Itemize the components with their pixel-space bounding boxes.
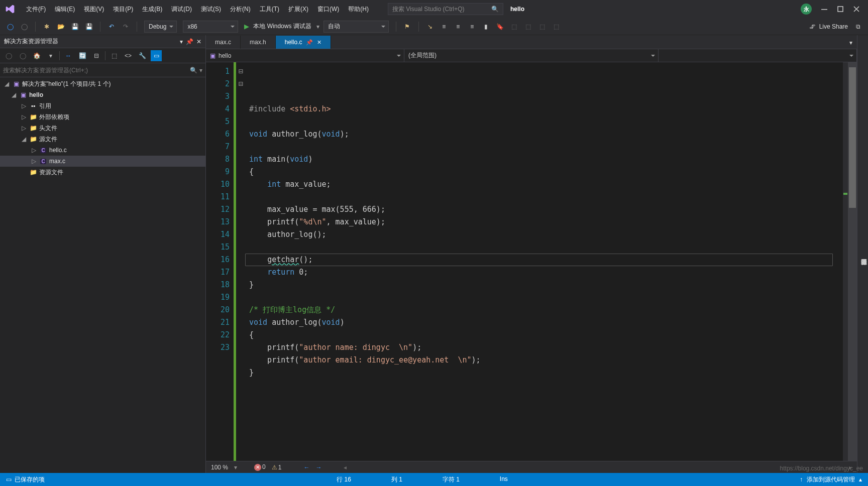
exp-collapse-icon[interactable]: ⊟ xyxy=(91,50,102,61)
vertical-scrollbar[interactable] xyxy=(848,62,857,461)
explorer-search[interactable]: 🔍 ▾ xyxy=(0,63,205,77)
menu-tools[interactable]: 工具(T) xyxy=(256,3,283,16)
save-icon[interactable]: 💾 xyxy=(69,21,81,33)
play-icon[interactable]: ▶ xyxy=(244,23,249,30)
tree-src-max[interactable]: ▷C max.c xyxy=(0,156,205,167)
nav-member-combo[interactable] xyxy=(659,49,857,62)
code-body[interactable]: #include <stdio.h> void author_log(void)… xyxy=(245,62,843,461)
exp-view-icon[interactable]: ▾ xyxy=(45,50,56,61)
tree-references[interactable]: ▷▪▪ 引用 xyxy=(0,100,205,111)
platform-combo[interactable]: x86 xyxy=(183,21,238,33)
run-label[interactable]: 本地 Windows 调试器 xyxy=(253,22,311,31)
warning-count[interactable]: ⚠1 xyxy=(272,464,282,471)
search-icon: 🔍 xyxy=(491,6,499,13)
menu-extensions[interactable]: 扩展(X) xyxy=(284,3,312,16)
tab-max-c[interactable]: max.c xyxy=(206,36,241,49)
menu-edit[interactable]: 编辑(E) xyxy=(51,3,79,16)
project-name-label: hello xyxy=(510,6,524,13)
menu-view[interactable]: 视图(V) xyxy=(80,3,108,16)
tree-headers[interactable]: ▷📁 头文件 xyxy=(0,123,205,134)
error-count[interactable]: ✕0 xyxy=(254,463,266,471)
tool-icon-1[interactable]: ⚑ xyxy=(401,21,413,33)
live-share-label[interactable]: Live Share xyxy=(819,23,848,30)
indent-out-icon[interactable]: ≡ xyxy=(452,21,464,33)
redo-icon[interactable]: ↷ xyxy=(120,21,132,33)
panel-close-icon[interactable]: ✕ xyxy=(196,38,201,45)
comment-icon[interactable]: ▮ xyxy=(480,21,492,33)
zoom-dropdown-icon[interactable]: ▾ xyxy=(234,464,237,471)
tree-src-hello[interactable]: ▷C hello.c xyxy=(0,145,205,156)
exp-preview-icon[interactable]: ▭ xyxy=(151,50,162,61)
menu-project[interactable]: 项目(P) xyxy=(109,3,137,16)
tree-solution[interactable]: ◢▣ 解决方案"hello"(1 个项目/共 1 个) xyxy=(0,78,205,89)
overview-ruler[interactable] xyxy=(843,62,848,461)
exp-sync-icon[interactable]: ↔ xyxy=(63,50,74,61)
tabs-dropdown-icon[interactable]: ▾ xyxy=(845,37,857,49)
exp-fwd-icon[interactable]: ◯ xyxy=(17,50,28,61)
tab-max-h[interactable]: max.h xyxy=(241,36,276,49)
menu-test[interactable]: 测试(S) xyxy=(197,3,225,16)
tab-hello-c[interactable]: hello.c 📌 ✕ xyxy=(276,36,332,49)
explorer-search-input[interactable] xyxy=(3,67,190,74)
exp-showall-icon[interactable]: ⬚ xyxy=(108,50,120,61)
save-all-icon[interactable]: 💾 xyxy=(83,21,95,33)
main-toolbar: ◯ ◯ ✱ 📂 💾 💾 ↶ ↷ Debug x86 ▶ 本地 Windows 调… xyxy=(0,18,868,35)
exp-properties-icon[interactable]: 🔧 xyxy=(137,50,148,61)
close-icon[interactable]: ✕ xyxy=(317,39,321,46)
search-vs-input[interactable]: 搜索 Visual Studio (Ctrl+Q) 🔍 xyxy=(388,3,503,15)
bookmark-icon[interactable]: 🔖 xyxy=(494,21,506,33)
exp-code-icon[interactable]: <> xyxy=(123,50,134,61)
minimize-button[interactable] xyxy=(821,6,828,13)
close-button[interactable] xyxy=(853,6,860,13)
next-issue-icon[interactable]: → xyxy=(315,464,321,471)
menu-analyze[interactable]: 分析(N) xyxy=(226,3,255,16)
nav-project-combo[interactable]: ▣ hello xyxy=(206,49,404,62)
tool-icon-c[interactable]: ⬚ xyxy=(536,21,549,33)
status-source-control[interactable]: 添加到源代码管理 xyxy=(807,475,855,484)
open-icon[interactable]: 📂 xyxy=(55,21,67,33)
prev-issue-icon[interactable]: ← xyxy=(303,464,309,471)
publish-icon[interactable]: ↑ xyxy=(800,476,803,483)
solution-icon: ▣ xyxy=(12,80,20,88)
error-icon: ✕ xyxy=(254,464,261,471)
undo-icon[interactable]: ↶ xyxy=(105,21,118,33)
tree-project[interactable]: ◢▣ hello xyxy=(0,89,205,100)
tool-icon-b[interactable]: ⬚ xyxy=(522,21,534,33)
new-item-icon[interactable]: ✱ xyxy=(41,21,53,33)
indent-in-icon[interactable]: ≡ xyxy=(466,21,478,33)
maximize-button[interactable] xyxy=(837,6,844,13)
panel-pin-icon[interactable]: 📌 xyxy=(186,38,193,45)
tool-icon-d[interactable]: ⬚ xyxy=(551,21,563,33)
tool-icon-a[interactable]: ⬚ xyxy=(508,21,520,33)
h-scroll-left-icon[interactable]: ◂ xyxy=(344,464,347,471)
zoom-label[interactable]: 100 % xyxy=(211,464,228,471)
code-editor[interactable]: 1234567891011121314151617181920212223 ⊟⊟… xyxy=(206,62,857,461)
tree-sources[interactable]: ◢📁 源文件 xyxy=(0,134,205,145)
auto-combo[interactable]: 自动 xyxy=(323,21,389,33)
nav-scope-combo[interactable]: (全局范围) xyxy=(404,49,659,62)
pin-icon[interactable]: 📌 xyxy=(306,39,313,46)
live-share-icon[interactable]: 🖇 xyxy=(809,23,815,30)
fold-column[interactable]: ⊟⊟ xyxy=(236,62,245,461)
tree-external-deps[interactable]: ▷📁 外部依赖项 xyxy=(0,111,205,123)
step-over-icon[interactable]: ≡ xyxy=(438,21,450,33)
panel-dropdown-icon[interactable]: ▾ xyxy=(180,38,183,45)
tab-label: hello.c xyxy=(285,39,302,46)
menu-build[interactable]: 生成(B) xyxy=(138,3,166,16)
nav-fwd-icon: ◯ xyxy=(18,21,30,33)
menu-help[interactable]: 帮助(H) xyxy=(344,3,373,16)
refs-icon: ▪▪ xyxy=(29,102,37,110)
tree-resources[interactable]: 📁 资源文件 xyxy=(0,167,205,178)
avatar[interactable]: 永 xyxy=(801,4,812,15)
exp-back-icon[interactable]: ◯ xyxy=(3,50,14,61)
exp-home-icon[interactable]: 🏠 xyxy=(31,50,42,61)
menu-debug[interactable]: 调试(D) xyxy=(167,3,196,16)
chevron-up-icon[interactable]: ▴ xyxy=(859,476,862,483)
config-combo[interactable]: Debug xyxy=(144,21,177,33)
step-in-icon[interactable]: ↘ xyxy=(424,21,436,33)
nav-back-icon[interactable]: ◯ xyxy=(4,21,16,33)
feedback-icon[interactable]: ⧉ xyxy=(852,21,864,33)
menu-window[interactable]: 窗口(W) xyxy=(313,3,343,16)
menu-file[interactable]: 文件(F) xyxy=(22,3,50,16)
exp-refresh-icon[interactable]: 🔄 xyxy=(77,50,88,61)
